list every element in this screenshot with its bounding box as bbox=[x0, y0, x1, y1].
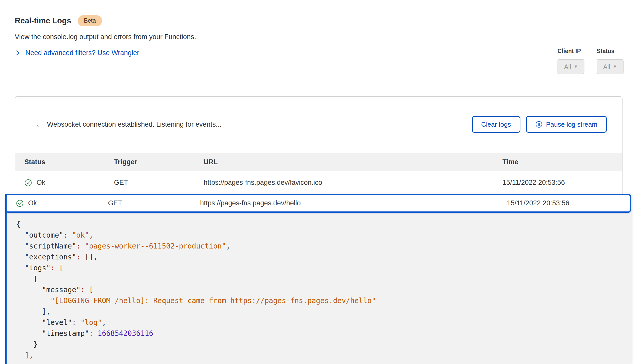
client-ip-filter-dropdown[interactable]: All ▼ bbox=[558, 59, 584, 74]
websocket-status: Websocket connection established. Listen… bbox=[36, 121, 221, 128]
wrangler-link-label: Need advanced filters? Use Wrangler bbox=[25, 49, 139, 57]
row-url: https://pages-fns.pages.dev/hello bbox=[200, 199, 507, 207]
expanded-log-panel: Ok GET https://pages-fns.pages.dev/hello… bbox=[5, 194, 631, 364]
beta-badge: Beta bbox=[78, 15, 102, 26]
page-title: Real-time Logs bbox=[15, 16, 71, 25]
clear-logs-button[interactable]: Clear logs bbox=[472, 116, 520, 133]
chevron-right-icon bbox=[15, 50, 21, 56]
check-circle-icon bbox=[24, 179, 32, 187]
column-header-status: Status bbox=[24, 158, 114, 166]
websocket-status-text: Websocket connection established. Listen… bbox=[47, 121, 221, 128]
client-ip-filter-value: All bbox=[564, 63, 571, 71]
clear-logs-label: Clear logs bbox=[481, 121, 511, 128]
client-ip-filter-label: Client IP bbox=[558, 48, 584, 55]
json-line: { bbox=[16, 273, 631, 284]
json-line: "timestamp": 1668542036116 bbox=[16, 328, 631, 339]
status-filter-dropdown[interactable]: All ▼ bbox=[597, 59, 624, 74]
json-line: ], bbox=[16, 350, 631, 361]
page-header: Real-time Logs Beta View the console.log… bbox=[15, 15, 196, 57]
pause-circle-icon bbox=[535, 121, 543, 128]
status-filter-label: Status bbox=[597, 48, 624, 55]
filters: Client IP All ▼ Status All ▼ bbox=[558, 48, 624, 74]
json-line: "level": "log", bbox=[16, 317, 631, 328]
json-line: } bbox=[16, 339, 631, 350]
column-header-url: URL bbox=[204, 158, 503, 166]
caret-down-icon: ▼ bbox=[574, 64, 578, 69]
table-row[interactable]: Ok GET https://pages-fns.pages.dev/favic… bbox=[15, 171, 622, 194]
expanded-log-row[interactable]: Ok GET https://pages-fns.pages.dev/hello… bbox=[5, 194, 631, 213]
row-time: 15/11/2022 20:53:56 bbox=[507, 199, 630, 207]
row-status: Ok bbox=[37, 179, 45, 187]
row-trigger: GET bbox=[114, 179, 204, 187]
caret-down-icon: ▼ bbox=[613, 64, 617, 69]
json-viewer: { "outcome": "ok", "scriptName": "pages-… bbox=[7, 213, 631, 361]
table-header: Status Trigger URL Time bbox=[15, 153, 622, 171]
json-line: { bbox=[16, 219, 631, 230]
column-header-time: Time bbox=[502, 158, 622, 166]
column-header-trigger: Trigger bbox=[114, 158, 204, 166]
row-time: 15/11/2022 20:53:56 bbox=[502, 179, 622, 187]
json-line: "outcome": "ok", bbox=[16, 230, 631, 241]
json-line: "message": [ bbox=[16, 284, 631, 295]
json-line: "exceptions": [], bbox=[16, 252, 631, 262]
log-toolbar: Websocket connection established. Listen… bbox=[15, 97, 622, 133]
json-line: "scriptName": "pages-worker--611502-prod… bbox=[16, 241, 631, 252]
page-subtitle: View the console.log output and errors f… bbox=[15, 33, 196, 41]
status-filter-value: All bbox=[603, 63, 610, 71]
row-url: https://pages-fns.pages.dev/favicon.ico bbox=[204, 179, 503, 187]
check-circle-icon bbox=[16, 200, 24, 207]
row-trigger: GET bbox=[108, 199, 200, 207]
pause-log-stream-button[interactable]: Pause log stream bbox=[526, 116, 607, 133]
pause-log-stream-label: Pause log stream bbox=[546, 121, 597, 128]
json-line: "logs": [ bbox=[16, 262, 631, 273]
row-status: Ok bbox=[28, 199, 37, 207]
json-line: ], bbox=[16, 306, 631, 317]
spinner-icon bbox=[36, 122, 42, 127]
wrangler-link[interactable]: Need advanced filters? Use Wrangler bbox=[15, 49, 139, 57]
json-line: "[LOGGING FROM /hello]: Request came fro… bbox=[16, 295, 631, 306]
